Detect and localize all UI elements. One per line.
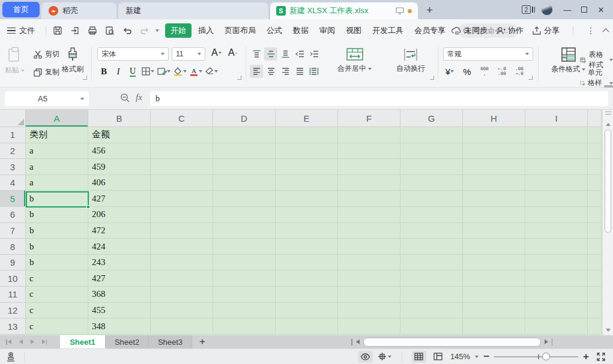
cell-C7[interactable] [151, 223, 213, 239]
cell-D11[interactable] [213, 287, 276, 303]
column-header-G[interactable]: G [400, 110, 463, 127]
sheet-tab-sheet2[interactable]: Sheet2 [106, 335, 149, 348]
cell-B12[interactable]: 455 [88, 303, 151, 319]
cell-F7[interactable] [338, 223, 400, 239]
cell-partial[interactable] [588, 175, 602, 191]
horizontal-scroll-thumb[interactable] [363, 338, 541, 347]
ribbon-tab[interactable]: 视图 [340, 23, 367, 38]
column-header-A[interactable]: A [26, 110, 88, 127]
cell-G13[interactable] [400, 318, 463, 335]
cell-D6[interactable] [213, 207, 276, 223]
avatar[interactable] [541, 4, 553, 16]
scroll-up-icon[interactable] [606, 123, 611, 126]
cell-partial[interactable] [588, 239, 602, 255]
collaborate-button[interactable]: 协作 [496, 25, 524, 36]
column-header-B[interactable]: B [88, 110, 151, 127]
justify-button[interactable] [293, 65, 306, 78]
cell-H13[interactable] [463, 318, 525, 335]
cell-D12[interactable] [213, 303, 276, 319]
row-header-1[interactable]: 1 [0, 127, 26, 143]
align-middle-button[interactable] [264, 47, 277, 61]
cell-B5[interactable]: 427 [88, 191, 151, 207]
font-color-button[interactable]: A [189, 65, 203, 78]
cell-partial[interactable] [588, 143, 602, 160]
eye-protect-button[interactable] [358, 351, 373, 363]
hscroll-split-left[interactable] [351, 339, 352, 345]
zoom-dropdown-icon[interactable] [475, 356, 479, 358]
vertical-scroll-thumb[interactable] [605, 130, 611, 233]
cell-G4[interactable] [400, 175, 463, 191]
close-button[interactable]: ✕ [593, 0, 609, 19]
cell-E11[interactable] [276, 287, 338, 303]
cell-C4[interactable] [151, 175, 213, 191]
align-top-button[interactable] [250, 47, 263, 61]
cell-F5[interactable] [338, 191, 400, 207]
export-icon[interactable] [68, 24, 82, 37]
tab-document-active[interactable]: S 新建 XLSX 工作表.xlsx [270, 2, 418, 19]
cell-C12[interactable] [151, 303, 213, 319]
cell-E5[interactable] [276, 191, 338, 207]
tab-home[interactable]: 首页 [2, 2, 40, 17]
macro-record-button[interactable] [6, 351, 17, 362]
cell-C9[interactable] [151, 255, 213, 271]
cell-C11[interactable] [151, 287, 213, 303]
row-header-7[interactable]: 7 [0, 223, 26, 239]
undo-icon[interactable] [121, 24, 134, 37]
cell-partial[interactable] [588, 303, 602, 319]
cell-F13[interactable] [338, 318, 400, 335]
cell-E2[interactable] [276, 143, 338, 160]
cell-C10[interactable] [151, 270, 213, 287]
name-box[interactable]: A5 [5, 91, 89, 106]
monitor-icon[interactable] [396, 7, 404, 14]
cell-B2[interactable]: 456 [88, 143, 151, 160]
row-header-12[interactable]: 12 [0, 303, 26, 319]
cell-B1[interactable]: 金额 [88, 127, 151, 143]
clear-format-button[interactable] [204, 65, 219, 78]
cell-partial[interactable] [588, 255, 602, 271]
cell-A4[interactable]: a [26, 175, 88, 191]
align-center-button[interactable] [264, 65, 277, 78]
cell-G3[interactable] [400, 159, 463, 175]
cell-E12[interactable] [276, 303, 338, 319]
row-header-6[interactable]: 6 [0, 207, 26, 223]
cell-D1[interactable] [213, 127, 276, 143]
cell-G1[interactable] [400, 127, 463, 143]
cell-D7[interactable] [213, 223, 276, 239]
cell-partial[interactable] [588, 127, 602, 143]
cell-D9[interactable] [213, 255, 276, 271]
hscroll-split-right[interactable] [552, 339, 553, 345]
zoom-slider[interactable] [494, 353, 578, 361]
cell-G7[interactable] [400, 223, 463, 239]
horizontal-scrollbar[interactable] [351, 335, 552, 348]
row-header-5[interactable]: 5 [0, 191, 26, 207]
distributed-button[interactable] [307, 65, 321, 78]
cell-F2[interactable] [338, 143, 400, 160]
cell-A10[interactable]: c [26, 270, 88, 287]
cell-A3[interactable]: a [26, 159, 88, 175]
cell-I7[interactable] [525, 223, 588, 239]
decrease-decimal-button[interactable]: .00→.0 [513, 65, 526, 78]
cell-F1[interactable] [338, 127, 400, 143]
cell-A2[interactable]: a [26, 143, 88, 160]
prev-sheet-button[interactable] [19, 339, 23, 344]
row-header-9[interactable]: 9 [0, 255, 26, 271]
ribbon-tab[interactable]: 会员专享 [409, 23, 451, 38]
cell-I6[interactable] [525, 207, 588, 223]
cell-I8[interactable] [525, 239, 588, 255]
ribbon-tab[interactable]: 插入 [193, 23, 219, 38]
scroll-left-icon[interactable] [356, 339, 360, 344]
ribbon-tab[interactable]: 公式 [261, 23, 288, 38]
align-right-button[interactable] [279, 65, 292, 78]
sheet-tab-sheet1[interactable]: Sheet1 [60, 335, 106, 348]
cell-partial[interactable] [588, 207, 602, 223]
cell-A1[interactable]: 类别 [26, 127, 88, 143]
draw-border-button[interactable] [156, 65, 171, 78]
cell-E7[interactable] [276, 223, 338, 239]
cell-A9[interactable]: b [26, 255, 88, 271]
print-preview-icon[interactable] [103, 24, 116, 37]
cell-C2[interactable] [151, 143, 213, 160]
cell-partial[interactable] [588, 191, 602, 207]
paste-button[interactable]: 粘贴 [5, 47, 25, 76]
cell-partial[interactable] [588, 287, 602, 303]
cell-C13[interactable] [151, 318, 213, 335]
